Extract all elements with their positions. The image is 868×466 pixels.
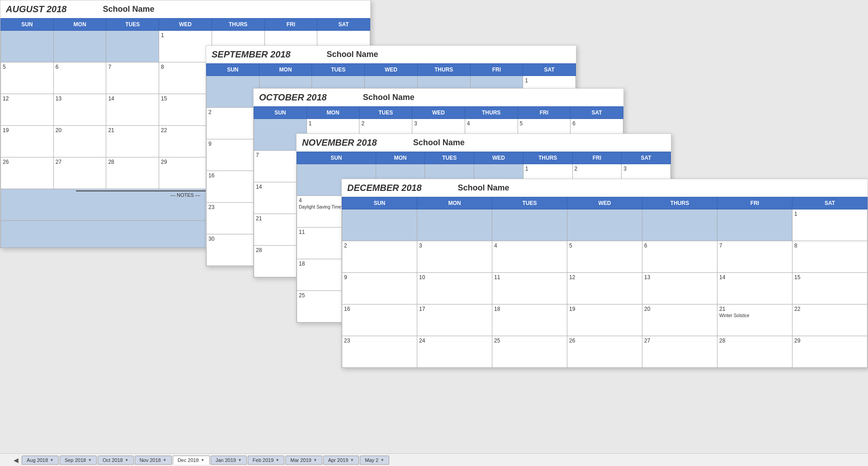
aug-thurs: THURS bbox=[212, 19, 264, 31]
table-row: 8 bbox=[159, 62, 212, 94]
table-row: 13 bbox=[53, 94, 106, 126]
tab-bar: ◀ Aug 2018 ▼ Sep 2018 ▼ Oct 2018 ▼ Nov 2… bbox=[0, 453, 868, 466]
tab-feb-label: Feb 2019 bbox=[253, 457, 274, 463]
table-row bbox=[567, 209, 642, 241]
oct-wed: WED bbox=[412, 107, 465, 119]
tab-nov-2018[interactable]: Nov 2018 ▼ bbox=[135, 456, 172, 465]
table-row: 13 bbox=[642, 273, 717, 304]
table-row: 29 bbox=[159, 157, 212, 189]
table-row: 23 bbox=[342, 336, 417, 368]
dec-school: School Name bbox=[458, 183, 509, 193]
table-row: 16 bbox=[207, 171, 259, 203]
dec-grid: SUN MON TUES WED THURS FRI SAT 1 2 3 bbox=[342, 197, 868, 368]
nav-left-arrow[interactable]: ◀ bbox=[14, 456, 19, 464]
tab-jan-2019[interactable]: Jan 2019 ▼ bbox=[211, 456, 247, 465]
table-row: 1 bbox=[793, 209, 868, 241]
table-row: 23 bbox=[207, 203, 259, 234]
table-row bbox=[492, 209, 567, 241]
tab-dec-2018[interactable]: Dec 2018 ▼ bbox=[173, 456, 210, 465]
tab-oct-2018[interactable]: Oct 2018 ▼ bbox=[98, 456, 134, 465]
tab-aug-label: Aug 2018 bbox=[27, 457, 48, 463]
table-row bbox=[53, 31, 106, 62]
nov-sun: SUN bbox=[297, 152, 376, 164]
tab-oct-label: Oct 2018 bbox=[103, 457, 123, 463]
tab-dec-arrow: ▼ bbox=[201, 458, 205, 462]
tab-sep-2018[interactable]: Sep 2018 ▼ bbox=[60, 456, 97, 465]
dec-thurs: THURS bbox=[642, 197, 717, 209]
table-row: 7 bbox=[106, 62, 159, 94]
table-row: 28 bbox=[106, 157, 159, 189]
nov-thurs: THURS bbox=[523, 152, 572, 164]
tab-mar-arrow: ▼ bbox=[313, 458, 317, 462]
table-row: 10 bbox=[417, 273, 492, 304]
table-row: 27 bbox=[53, 157, 106, 189]
december-calendar: DECEMBER 2018 School Name SUN MON TUES W… bbox=[341, 179, 868, 368]
table-row: 6 bbox=[642, 241, 717, 273]
nov-mon: MON bbox=[376, 152, 425, 164]
tab-apr-arrow: ▼ bbox=[350, 458, 354, 462]
tab-sep-label: Sep 2018 bbox=[65, 457, 86, 463]
table-row: 9 10 11 12 13 14 15 bbox=[342, 273, 868, 304]
table-row: 16 bbox=[342, 304, 417, 336]
table-row: 26 bbox=[567, 336, 642, 368]
sep-tues: TUES bbox=[312, 64, 365, 76]
table-row: 27 bbox=[642, 336, 717, 368]
dec-sat: SAT bbox=[793, 197, 868, 209]
dec-fri: FRI bbox=[717, 197, 793, 209]
tab-feb-2019[interactable]: Feb 2019 ▼ bbox=[248, 456, 284, 465]
oct-title: OCTOBER 2018 bbox=[259, 92, 327, 103]
table-row: 22 bbox=[793, 304, 868, 336]
table-row: 18 bbox=[492, 304, 567, 336]
tab-aug-2018[interactable]: Aug 2018 ▼ bbox=[22, 456, 59, 465]
nov-header: NOVEMBER 2018 School Name bbox=[297, 134, 671, 152]
table-row: 8 bbox=[793, 241, 868, 273]
table-row: 14 bbox=[106, 94, 159, 126]
tab-sep-arrow: ▼ bbox=[88, 458, 92, 462]
nov-fri: FRI bbox=[572, 152, 622, 164]
tab-apr-2019[interactable]: Apr 2019 ▼ bbox=[323, 456, 359, 465]
dec-tues: TUES bbox=[492, 197, 567, 209]
oct-thurs: THURS bbox=[465, 107, 518, 119]
winter-solstice-event: Winter Solstice bbox=[719, 313, 750, 318]
aug-header: AUGUST 2018 School Name bbox=[0, 0, 370, 18]
tab-may-2019[interactable]: May 2 ▼ bbox=[360, 456, 389, 465]
table-row: 20 bbox=[642, 304, 717, 336]
oct-header: OCTOBER 2018 School Name bbox=[254, 89, 623, 106]
table-row: 22 bbox=[159, 126, 212, 157]
nov-tues: TUES bbox=[425, 152, 474, 164]
table-row: 19 bbox=[567, 304, 642, 336]
table-row: 14 bbox=[717, 273, 793, 304]
tab-mar-2019[interactable]: Mar 2019 ▼ bbox=[285, 456, 322, 465]
dec-sun: SUN bbox=[342, 197, 417, 209]
table-row: 7 bbox=[717, 241, 793, 273]
table-row: 28 bbox=[717, 336, 793, 368]
table-row: 15 bbox=[793, 273, 868, 304]
table-row: 1 bbox=[159, 31, 212, 62]
sep-sat: SAT bbox=[523, 64, 576, 76]
sep-wed: WED bbox=[365, 64, 418, 76]
table-row bbox=[207, 76, 259, 108]
tab-jan-arrow: ▼ bbox=[238, 458, 242, 462]
tab-jan-label: Jan 2019 bbox=[216, 457, 236, 463]
sep-school: School Name bbox=[327, 50, 378, 59]
table-row: 9 bbox=[342, 273, 417, 304]
tab-dec-label: Dec 2018 bbox=[178, 457, 199, 463]
tab-nov-arrow: ▼ bbox=[163, 458, 167, 462]
tab-feb-arrow: ▼ bbox=[275, 458, 279, 462]
table-row: 20 bbox=[53, 126, 106, 157]
dec-wed: WED bbox=[567, 197, 642, 209]
tab-may-arrow: ▼ bbox=[380, 458, 384, 462]
oct-sat: SAT bbox=[571, 107, 623, 119]
table-row: 21 Winter Solstice bbox=[717, 304, 793, 336]
table-row: 9 bbox=[207, 139, 259, 171]
tab-mar-label: Mar 2019 bbox=[290, 457, 311, 463]
aug-mon: MON bbox=[53, 19, 106, 31]
oct-tues: TUES bbox=[359, 107, 412, 119]
table-row: 11 bbox=[492, 273, 567, 304]
table-row: 17 bbox=[417, 304, 492, 336]
aug-school: School Name bbox=[103, 5, 155, 14]
tab-nov-label: Nov 2018 bbox=[140, 457, 161, 463]
dec-header: DECEMBER 2018 School Name bbox=[342, 179, 868, 197]
table-row: 2 bbox=[342, 241, 417, 273]
table-row: 6 bbox=[53, 62, 106, 94]
